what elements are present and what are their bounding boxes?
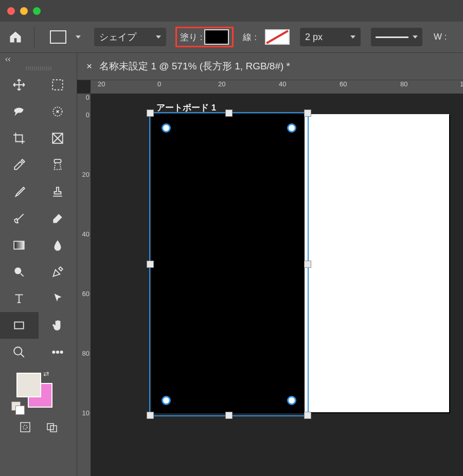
collapse-panel-button[interactable]: ‹‹ (0, 53, 77, 65)
history-brush-tool[interactable] (0, 205, 39, 232)
svg-point-12 (23, 425, 27, 429)
chevron-down-icon (76, 35, 81, 39)
stroke-width-dropdown[interactable]: 2 px (300, 28, 361, 46)
healing-brush-tool[interactable] (39, 152, 77, 178)
ruler-tick: 20 (98, 80, 105, 88)
type-tool[interactable] (0, 285, 39, 312)
ruler-tick: 0 (77, 94, 91, 111)
ruler-tick: 20 (77, 171, 91, 230)
minimize-window-button[interactable] (20, 7, 28, 15)
ruler-tick: 20 (218, 80, 225, 88)
shape-type-swatch[interactable] (50, 30, 66, 44)
ruler-tick: 80 (77, 350, 91, 409)
resize-handle[interactable] (225, 412, 233, 419)
stroke-color-swatch[interactable] (265, 29, 290, 45)
stamp-tool[interactable] (39, 178, 77, 205)
vertical-ruler[interactable]: 0 0 20 40 60 80 10 (77, 94, 91, 476)
default-colors-icon[interactable] (15, 406, 25, 415)
panel-grip[interactable] (26, 66, 51, 70)
stroke-style-dropdown[interactable] (371, 28, 422, 46)
ruler-tick: 0 (77, 111, 91, 171)
svg-rect-3 (54, 159, 61, 163)
fill-control-highlight: 塗り : (175, 27, 234, 47)
tab-close-button[interactable]: × (86, 61, 92, 72)
document-tab-title[interactable]: 名称未設定 1 @ 571% (長方形 1, RGB/8#) * (99, 60, 290, 73)
close-window-button[interactable] (7, 7, 15, 15)
fill-color-swatch[interactable] (204, 29, 229, 45)
stroke-width-value: 2 px (305, 32, 323, 43)
ruler-tick: 60 (340, 80, 347, 88)
resize-handle[interactable] (304, 261, 311, 268)
swap-colors-icon[interactable]: ⇄ (43, 370, 49, 378)
ruler-tick: 80 (400, 80, 407, 88)
tools-panel: ‹‹ ⇄ (0, 53, 77, 476)
resize-handle[interactable] (147, 261, 154, 268)
brush-tool[interactable] (0, 178, 39, 205)
selection-brush-tool[interactable] (39, 98, 77, 125)
resize-handle[interactable] (225, 109, 233, 117)
svg-rect-6 (15, 322, 24, 329)
chevron-down-icon (156, 35, 161, 39)
resize-handle[interactable] (147, 109, 154, 117)
ruler-tick: 10 (77, 409, 91, 469)
svg-point-5 (15, 267, 22, 274)
foreground-color-swatch[interactable] (16, 373, 41, 397)
svg-rect-0 (52, 80, 63, 90)
width-label: W : (434, 32, 447, 42)
stroke-label: 線 : (243, 31, 256, 43)
more-tools[interactable] (39, 339, 77, 365)
horizontal-ruler[interactable]: 20 0 20 40 60 80 10 (91, 80, 463, 94)
zoom-tool[interactable] (0, 339, 39, 365)
tool-mode-label: シェイプ (99, 31, 136, 43)
blur-tool[interactable] (39, 232, 77, 259)
zoom-window-button[interactable] (33, 7, 41, 15)
window-titlebar (0, 0, 463, 22)
home-button[interactable] (8, 30, 23, 44)
edit-mode-row (0, 421, 77, 441)
color-swatches[interactable]: ⇄ (11, 370, 77, 416)
dodge-tool[interactable] (0, 259, 39, 285)
svg-point-8 (52, 351, 55, 353)
path-selection-tool[interactable] (39, 285, 77, 312)
anchor-point[interactable] (162, 396, 171, 405)
marquee-tool[interactable] (39, 71, 77, 98)
ruler-tick: 40 (279, 80, 286, 88)
svg-point-7 (14, 347, 22, 355)
resize-handle[interactable] (147, 412, 154, 419)
anchor-point[interactable] (287, 123, 296, 133)
svg-rect-4 (14, 241, 25, 249)
tool-mode-dropdown[interactable]: シェイプ (94, 28, 166, 46)
eyedropper-tool[interactable] (0, 152, 39, 178)
svg-point-9 (57, 351, 59, 353)
eraser-tool[interactable] (39, 205, 77, 232)
fill-label: 塗り : (180, 31, 202, 43)
move-tool[interactable] (0, 71, 39, 98)
options-bar: シェイプ 塗り : 線 : 2 px W : (0, 22, 463, 53)
chevron-down-icon (350, 35, 355, 39)
ruler-tick: 40 (77, 230, 91, 290)
chevron-down-icon (413, 35, 418, 39)
pen-tool[interactable] (39, 259, 77, 285)
gradient-tool[interactable] (0, 232, 39, 259)
lasso-tool[interactable] (0, 98, 39, 125)
ruler-tick: 60 (77, 290, 91, 350)
rectangle-tool[interactable] (0, 312, 39, 339)
document-tabbar: × 名称未設定 1 @ 571% (長方形 1, RGB/8#) * (77, 53, 463, 80)
hand-tool[interactable] (39, 312, 77, 339)
resize-handle[interactable] (304, 109, 311, 117)
canvas-area[interactable]: アートボード 1 (91, 94, 463, 476)
svg-rect-11 (21, 423, 30, 432)
line-icon (376, 36, 408, 38)
anchor-point[interactable] (287, 396, 296, 405)
ruler-tick: 0 (157, 80, 161, 88)
ruler-tick: 10 (460, 80, 463, 88)
selection-bounding-box[interactable] (149, 112, 309, 416)
quickmask-button[interactable] (19, 421, 31, 435)
svg-point-10 (60, 351, 62, 353)
crop-tool[interactable] (0, 125, 39, 152)
anchor-point[interactable] (162, 123, 171, 133)
resize-handle[interactable] (304, 412, 311, 419)
screenmode-button[interactable] (46, 421, 58, 435)
frame-tool[interactable] (39, 125, 77, 152)
